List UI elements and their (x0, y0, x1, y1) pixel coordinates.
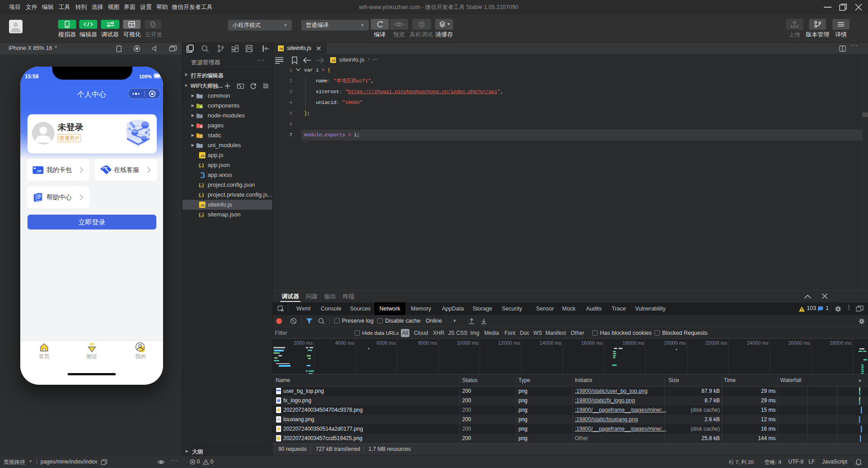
svg-text:JS: JS (332, 59, 336, 62)
svg-text:JS: JS (200, 154, 205, 158)
svg-text:JS: JS (279, 47, 283, 50)
svg-text:VIP: VIP (37, 170, 42, 173)
svg-text:JS: JS (200, 203, 205, 207)
